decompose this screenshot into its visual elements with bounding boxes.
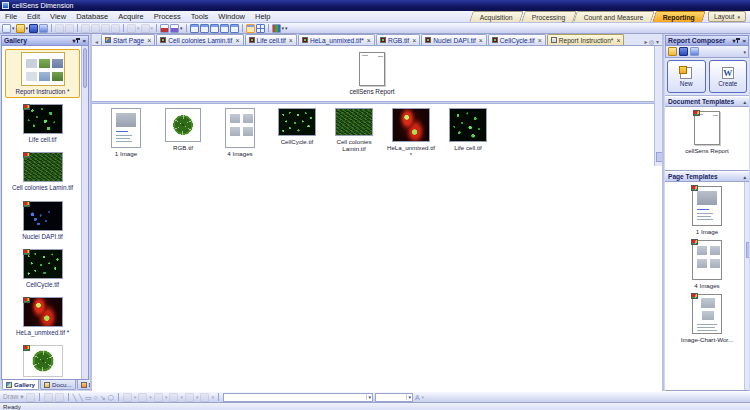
menu-process[interactable]: Process [149,11,186,22]
main-scrollbar[interactable] [654,46,662,166]
active-view-toggle-icon[interactable] [246,24,255,33]
gallery-item-hela-unmixed[interactable]: HeLa_unmixed.tif * [5,294,80,339]
export-icon[interactable] [690,47,699,56]
toolbar-overflow-icon[interactable]: ▾ [743,49,746,55]
doc-tab-rgb[interactable]: RGB.tif × [376,34,420,45]
gallery-item-life-cell[interactable]: Life cell.tif [5,101,80,146]
font-family-combobox[interactable]: ▾ [223,393,373,402]
doc-tab-start-page[interactable]: Start Page × [101,34,155,45]
window-split-vertical-icon[interactable] [210,24,219,33]
close-icon[interactable]: × [147,37,151,44]
help-icon[interactable] [39,24,48,33]
close-icon[interactable]: × [235,37,239,44]
report-item-cellcycle[interactable]: CellCycle.tif [273,108,321,145]
movie-icon[interactable] [170,24,179,33]
open-template-icon[interactable] [668,47,677,56]
report-document-item[interactable]: cellSens Report [349,52,394,95]
report-item-hela-unmixed[interactable]: HeLa_unmixed.tif * [387,108,435,158]
menu-window[interactable]: Window [213,11,250,22]
color-channels-icon[interactable] [272,24,281,33]
report-item-rgb[interactable]: RGB.tif [159,108,207,151]
save-icon[interactable] [29,24,38,33]
page-template-4-images[interactable]: 4 Images [692,240,722,289]
page-templates-scrollbar[interactable] [744,182,749,390]
window-split-horizontal-icon[interactable] [200,24,209,33]
menu-view[interactable]: View [45,11,71,22]
doc-tab-life-cell[interactable]: Life cell.tif × [245,34,297,45]
page-template-image-chart-worksheet[interactable]: Image-Chart-Wor... [681,294,734,343]
line-tool-icon[interactable]: ╲ [73,394,77,401]
close-icon[interactable]: × [412,37,416,44]
close-icon[interactable]: × [479,37,483,44]
gallery-item-cell-colonies-lamin[interactable]: Cell colonies Lamin.tif [5,149,80,194]
tab-documents[interactable]: Docu... [40,380,76,390]
chevron-down-icon[interactable]: ▾ [180,25,183,31]
menu-tools[interactable]: Tools [186,11,214,22]
tab-scroll-left-icon[interactable]: ◂ [93,38,100,45]
rectangle-tool-icon[interactable]: ▭ [85,394,92,401]
close-icon[interactable]: × [367,37,371,44]
menu-edit[interactable]: Edit [22,11,45,22]
gallery-item-cellcycle[interactable]: CellCycle.tif [5,246,80,291]
doc-tab-cellcycle[interactable]: CellCycle.tif × [488,34,546,45]
collapse-icon[interactable]: ▴ [743,174,746,180]
new-document-icon[interactable] [2,24,11,33]
layout-button[interactable]: Layout ▾ [708,11,746,22]
close-icon[interactable]: × [616,37,620,44]
window-grid-icon[interactable] [256,24,265,33]
panel-menu-icon[interactable]: ▾ [72,37,75,44]
font-color-icon[interactable]: A [415,394,420,401]
toolbar-overflow-icon[interactable]: ▾ [285,25,288,31]
font-size-combobox[interactable]: ▾ [375,393,413,402]
collapse-icon[interactable]: ▴ [743,99,746,105]
close-icon[interactable]: × [538,37,542,44]
create-report-button[interactable]: W Create [709,60,748,93]
report-item-1-image[interactable]: 1 Image [102,108,150,157]
gallery-scrollbar[interactable] [81,46,88,379]
window-single-icon[interactable] [190,24,199,33]
doc-tab-hela-unmixed[interactable]: HeLa_unmixed.tif* × [298,34,375,45]
gallery-item-nuclei-dapi[interactable]: Nuclei DAPI.tif [5,198,80,243]
mode-tab-count-and-measure[interactable]: Count and Measure [573,11,654,22]
pin-icon[interactable] [737,38,740,43]
tab-scroll-right-icon[interactable]: ▸ ◎ ▾ [642,38,661,45]
tab-gallery[interactable]: Gallery [2,380,39,390]
gallery-item-rgb[interactable]: RGB.tif [5,342,80,380]
template-cellsens-report[interactable]: cellSens Report [685,111,729,154]
snapshot-icon[interactable] [160,24,169,33]
menu-acquire[interactable]: Acquire [113,11,148,22]
ellipse-tool-icon[interactable]: ○ [94,394,98,401]
report-item-cell-colonies-lamin[interactable]: Cell colonies Lamin.tif [330,108,378,152]
page-template-1-image[interactable]: 1 Image [692,186,722,235]
panel-menu-icon[interactable]: ▾ [732,37,735,44]
mode-tab-processing[interactable]: Processing [521,11,576,22]
doc-tab-nuclei-dapi[interactable]: Nuclei DAPI.tif × [421,34,487,45]
window-tile-icon[interactable] [220,24,229,33]
chevron-down-icon[interactable]: ▾ [282,25,285,31]
save-template-icon[interactable] [679,47,688,56]
close-icon[interactable]: × [742,38,746,44]
chevron-down-icon[interactable]: ▾ [26,25,29,31]
new-report-button[interactable]: New [667,60,706,93]
menu-file[interactable]: File [0,11,22,22]
window-cascade-icon[interactable] [230,24,239,33]
scrollbar-thumb[interactable] [83,48,87,88]
polygon-tool-icon[interactable]: ⬡ [108,394,114,401]
gallery-item-report-instruction[interactable]: Report Instruction * [5,49,80,98]
mode-tab-acquisition[interactable]: Acquisition [469,11,523,22]
page-templates-header[interactable]: Page Templates ▴ [665,171,749,182]
document-templates-header[interactable]: Document Templates ▴ [665,96,749,107]
doc-tab-cell-colonies-lamin[interactable]: Cell colonies Lamin.tif × [156,34,243,45]
doc-tab-report-instruction[interactable]: Report Instruction* × [547,34,625,45]
open-icon[interactable] [16,24,25,33]
pin-icon[interactable] [77,38,80,43]
mode-tab-reporting[interactable]: Reporting [652,11,706,22]
report-item-4-images[interactable]: 4 Images [216,108,264,157]
close-icon[interactable]: × [82,38,86,44]
arrow-tool-icon[interactable]: ↘ [100,394,106,401]
close-icon[interactable]: × [289,37,293,44]
chevron-down-icon[interactable]: ▾ [12,25,15,31]
report-item-life-cell[interactable]: Life cell.tif [444,108,492,151]
menu-database[interactable]: Database [71,11,113,22]
polyline-tool-icon[interactable]: ╲ [79,394,83,401]
